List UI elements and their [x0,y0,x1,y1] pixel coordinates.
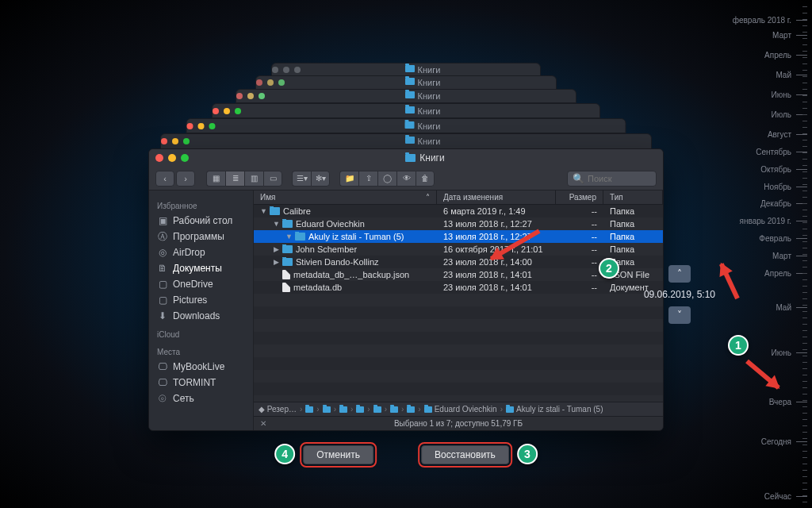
breadcrumb[interactable] [305,406,313,413]
table-row[interactable]: ▼Calibre6 марта 2019 г., 1:49--Папка [254,205,663,217]
breadcrumb[interactable] [323,406,331,413]
share-button[interactable]: ⇪ [358,171,377,187]
timeline-tick[interactable]: Сегодня [761,437,807,446]
search-input[interactable] [588,174,651,183]
snapshot-up-button[interactable]: ˄ [668,265,691,283]
sidebar-item[interactable]: ▣Рабочий стол [149,213,253,229]
arrange-button[interactable]: ☰▾ [292,171,311,187]
breadcrumb[interactable]: Eduard Oviechkin [424,405,497,414]
col-date[interactable]: Дата изменения [437,190,556,204]
table-row[interactable]: metadata.db23 июля 2018 г., 14:01--Докум… [254,281,663,294]
breadcrumb[interactable] [356,406,364,413]
col-kind[interactable]: Тип [603,190,663,204]
forward-button[interactable]: › [176,171,195,187]
cancel-button[interactable]: Отменить [303,445,373,464]
timeline-label: Май [776,303,791,312]
breadcrumb[interactable]: ◆ Резер… [259,405,297,414]
timeline-label: Ноябрь [764,183,791,191]
trash-button[interactable]: 🗑 [416,171,435,187]
file-date: 23 июля 2018 г., 14:01 [437,270,556,279]
disclosure-icon[interactable]: ▼ [285,233,292,241]
close-icon[interactable] [155,154,163,162]
sidebar-item[interactable]: 🖵MyBookLive [149,359,253,375]
timeline-tick[interactable]: Март [772,252,807,260]
view-columns-button[interactable]: ▥ [244,171,263,187]
disclosure-icon[interactable]: ▼ [260,207,266,215]
timeline-tick[interactable]: Апрель [764,269,807,278]
view-icons-button[interactable]: ▦ [206,171,225,187]
file-name: metadata_db_…_backup.json [293,270,409,279]
zoom-icon[interactable] [181,154,189,162]
timeline-tick[interactable]: Май [776,71,807,79]
downloads-icon: ⬇ [157,311,168,321]
timeline-tick[interactable]: Ноябрь [764,183,807,191]
timeline-tick[interactable]: Сейчас [764,492,807,501]
timeline-tick[interactable]: Февраль [759,234,807,243]
rows-container[interactable]: ▼Calibre6 марта 2019 г., 1:49--Папка▼Edu… [254,205,663,402]
sidebar-item[interactable]: ⒶПрограммы [149,229,253,244]
window-title: Книги [193,152,657,164]
file-name: Akuly iz stali - Tuman (5) [308,232,404,241]
timeline-tick[interactable]: Вчера [769,398,807,406]
sidebar-item[interactable]: ◎AirDrop [149,244,253,260]
toolbar: ‹ › ▦ ≣ ▥ ▭ ☰▾ ✻▾ 📁 ⇪ ◯ 👁 🗑 🔍 [149,167,663,190]
view-list-button[interactable]: ≣ [225,171,244,187]
breadcrumb[interactable] [339,406,347,413]
sidebar-item[interactable]: 🖵TORMINT [149,375,253,391]
timeline-tick[interactable]: Апрель [764,51,807,60]
column-headers[interactable]: Имя˄ Дата изменения Размер Тип [254,190,663,205]
breadcrumb[interactable]: Akuly iz stali - Tuman (5) [506,405,603,414]
timeline-tick[interactable]: Сентябрь [756,148,807,156]
timeline-tick[interactable]: Декабрь [760,199,807,208]
minimize-icon[interactable] [168,154,176,162]
table-row[interactable]: ▼Akuly iz stali - Tuman (5)13 июля 2018 … [254,230,663,243]
snapshot-date: 09.06.2019, 5:10 [644,289,715,300]
breadcrumb[interactable] [373,406,381,413]
disclosure-icon[interactable]: ▶ [273,245,279,253]
disclosure-icon[interactable]: ▼ [273,220,279,228]
folder-icon: ▢ [157,295,168,305]
folder-icon [270,207,280,215]
sidebar-item-label: Downloads [173,310,220,321]
sidebar-item[interactable]: ⬇Downloads [149,308,253,324]
action-button[interactable]: ✻▾ [311,171,330,187]
titlebar[interactable]: Книги [149,149,663,167]
col-name[interactable]: Имя˄ [254,190,437,204]
col-size[interactable]: Размер [556,190,603,204]
sidebar-item[interactable]: 🗎Документы [149,260,253,276]
timeline-tick[interactable]: Август [768,130,807,139]
file-size: -- [556,244,603,254]
window-title-text: Книги [419,152,444,164]
breadcrumb[interactable] [390,406,398,413]
timeline-tick[interactable]: февраль 2018 г. [733,16,807,25]
search-field[interactable]: 🔍 [567,171,657,187]
tags-button[interactable]: ◯ [377,171,396,187]
sidebar-item-label: AirDrop [173,247,205,258]
timeline-tick[interactable]: январь 2019 г. [740,217,807,225]
timeline[interactable]: февраль 2018 г.МартАпрельМайИюньИюльАвгу… [728,6,807,502]
sidebar-item[interactable]: ⦾Сеть [149,391,253,406]
back-button[interactable]: ‹ [155,171,174,187]
restore-button[interactable]: Восстановить [421,445,509,464]
timeline-label: февраль 2018 г. [733,16,791,25]
snapshot-down-button[interactable]: ˅ [668,306,691,324]
traffic-lights [155,154,189,162]
timeline-tick[interactable]: Октябрь [760,165,807,174]
table-row[interactable]: ▼Eduard Oviechkin13 июля 2018 г., 12:27-… [254,217,663,230]
breadcrumb[interactable] [407,406,415,413]
close-icon[interactable]: ✕ [260,419,266,428]
file-size: -- [556,206,603,216]
table-row[interactable]: ▶John Schember16 октября 2017 г., 21:01-… [254,243,663,256]
quicklook-button[interactable]: 👁 [396,171,416,187]
new-folder-button[interactable]: 📁 [339,171,358,187]
file-date: 6 марта 2019 г., 1:49 [437,206,556,216]
apps-icon: Ⓐ [157,232,168,241]
sidebar-item[interactable]: ▢OneDrive [149,276,253,292]
folder-icon [282,245,293,253]
sidebar: Избранное▣Рабочий столⒶПрограммы◎AirDrop… [149,190,254,430]
view-gallery-button[interactable]: ▭ [263,171,282,187]
sidebar-item-label: MyBookLive [173,361,224,372]
path-bar[interactable]: ◆ Резер…›››››››› Eduard Oviechkin› Akuly… [254,402,663,416]
disclosure-icon[interactable]: ▶ [273,258,279,266]
sidebar-item[interactable]: ▢Pictures [149,292,253,308]
